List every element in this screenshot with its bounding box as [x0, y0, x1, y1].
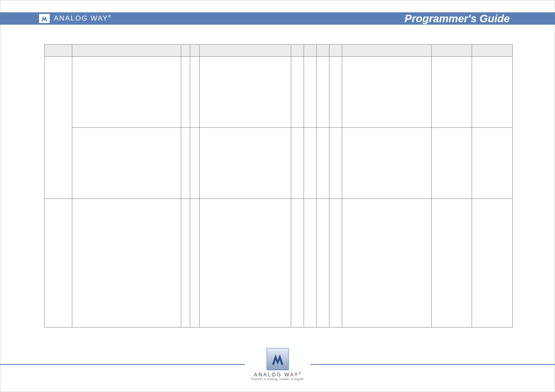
col-header [304, 45, 317, 57]
cell [291, 199, 304, 327]
footer-brand: ANALOG WAY® [254, 372, 301, 378]
footer-rule-right [311, 364, 555, 365]
cell [329, 57, 342, 128]
col-header [72, 45, 181, 57]
col-header [472, 45, 513, 57]
cell [190, 199, 200, 327]
cell [304, 57, 317, 128]
col-header [190, 45, 200, 57]
cell [291, 128, 304, 199]
table-row [45, 128, 513, 199]
cell [45, 199, 72, 327]
cell [317, 57, 329, 128]
cell [304, 199, 317, 327]
table-row [45, 199, 513, 327]
cell [342, 57, 432, 128]
brand-text: ANALOG WAY [54, 14, 108, 22]
cell [200, 128, 291, 199]
footer-logo-icon [267, 348, 289, 370]
col-header [342, 45, 432, 57]
cell [329, 128, 342, 199]
cell [72, 57, 181, 128]
cell [342, 199, 432, 327]
cell [317, 128, 329, 199]
cell [45, 57, 72, 199]
table-header [45, 45, 513, 57]
cell [190, 57, 200, 128]
cell [431, 199, 472, 327]
footer-brand-text: ANALOG WAY [254, 372, 299, 378]
analog-way-mark-icon [41, 15, 48, 22]
brand-logo-icon [39, 14, 50, 23]
col-header [181, 45, 190, 57]
footer-registered: ® [299, 372, 301, 375]
cell [304, 128, 317, 199]
table [44, 44, 513, 327]
cell [181, 128, 190, 199]
footer-tagline: Pioneer in Analog, Leader in Digital [251, 378, 304, 380]
command-table [44, 44, 513, 327]
cell [329, 199, 342, 327]
col-header [317, 45, 329, 57]
col-header [200, 45, 291, 57]
cell [72, 199, 181, 327]
table-row [45, 57, 513, 128]
cell [200, 57, 291, 128]
brand-name: ANALOG WAY® [54, 14, 112, 23]
analog-way-mark-icon [271, 352, 285, 366]
cell [431, 57, 472, 128]
cell [472, 57, 513, 128]
footer-center: ANALOG WAY® Pioneer in Analog, Leader in… [245, 348, 311, 380]
cell [190, 128, 200, 199]
cell [291, 57, 304, 128]
col-header [431, 45, 472, 57]
cell [317, 199, 329, 327]
col-header [291, 45, 304, 57]
col-header [329, 45, 342, 57]
page-title: Programmer's Guide [405, 12, 510, 25]
header-banner: ANALOG WAY® Programmer's Guide [0, 12, 555, 25]
footer-rule-left [0, 364, 245, 365]
brand-registered: ® [108, 14, 112, 18]
cell [72, 128, 181, 199]
cell [181, 57, 190, 128]
col-header [45, 45, 72, 57]
cell [431, 128, 472, 199]
cell [200, 199, 291, 327]
cell [472, 128, 513, 199]
cell [181, 199, 190, 327]
page-footer: ANALOG WAY® Pioneer in Analog, Leader in… [0, 348, 555, 380]
cell [472, 199, 513, 327]
cell [342, 128, 432, 199]
